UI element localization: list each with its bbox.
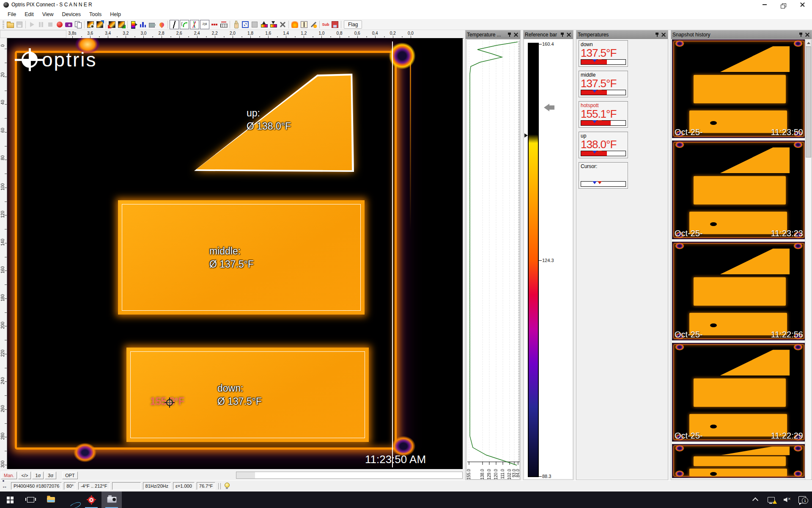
start-button[interactable]: [0, 491, 20, 508]
full-screen-icon[interactable]: [241, 20, 250, 29]
menu-devices[interactable]: Devices: [58, 10, 85, 19]
scaling-button-3[interactable]: 3σ: [45, 472, 56, 479]
menu-view[interactable]: View: [38, 10, 58, 19]
low-marker-icon[interactable]: [593, 181, 597, 184]
temperatures-header[interactable]: Temperatures: [576, 30, 668, 39]
temperature-card-down[interactable]: down137.5°F: [579, 40, 628, 67]
flag-button[interactable]: Flag: [344, 20, 362, 29]
temperature-card-middle[interactable]: middle137.5°F: [579, 71, 628, 97]
temperature-card-cursor[interactable]: Cursor:: [579, 162, 628, 189]
task-view-button[interactable]: [20, 491, 41, 508]
optris-pix-connect-button[interactable]: [81, 491, 102, 508]
scroll-up-arrow-icon[interactable]: [805, 39, 811, 47]
camera-app-button[interactable]: [102, 491, 122, 508]
restore-button[interactable]: [774, 0, 793, 9]
copy-to-clipboard-icon[interactable]: [74, 20, 82, 29]
temp-values-icon[interactable]: [210, 20, 219, 29]
high-marker-icon[interactable]: [598, 90, 602, 93]
digital-display-icon[interactable]: 2|8: [200, 20, 209, 29]
volume-muted[interactable]: [782, 494, 791, 505]
menu-file[interactable]: File: [3, 10, 20, 19]
minimize-button[interactable]: [755, 0, 774, 9]
scaling-button-[interactable]: </>: [18, 472, 31, 479]
snapshot-thumbnail[interactable]: Oct-25-11:23:23: [672, 141, 806, 239]
close-icon[interactable]: [513, 32, 518, 37]
network-status[interactable]: [766, 494, 776, 505]
palette-selector-icon[interactable]: [129, 20, 138, 29]
layout-tools-icon[interactable]: [309, 20, 318, 29]
action-center[interactable]: 1: [798, 494, 807, 505]
image-modes-icon[interactable]: [250, 20, 259, 29]
image-horizontal-scrollbar[interactable]: [236, 472, 463, 479]
temperature-graph-header[interactable]: Temperature ...: [466, 30, 520, 39]
close-icon[interactable]: [661, 32, 666, 37]
high-marker-icon[interactable]: [598, 181, 602, 184]
snapshot-thumbnail[interactable]: Oct-25-11:22:56: [672, 242, 806, 340]
internet-explorer-button[interactable]: [61, 491, 81, 508]
new-image-window-icon[interactable]: [86, 20, 95, 29]
pan-hand-icon[interactable]: [232, 20, 240, 29]
close-icon[interactable]: [805, 32, 810, 37]
high-marker-icon[interactable]: [598, 151, 602, 154]
snapshot-thumbnail[interactable]: Oct-25-11:22:29: [672, 343, 806, 442]
high-marker-icon[interactable]: [598, 59, 602, 62]
pin-icon[interactable]: [655, 32, 659, 37]
menu-tools[interactable]: Tools: [85, 10, 106, 19]
open-file-icon[interactable]: [6, 20, 14, 29]
scaling-button-opt[interactable]: OPT: [62, 472, 78, 479]
high-marker-icon[interactable]: [598, 120, 602, 123]
file-explorer-button[interactable]: [41, 491, 61, 508]
multi-diagram-icon[interactable]: [190, 20, 199, 29]
scaling-ruler-icon[interactable]: [219, 20, 228, 29]
play-icon[interactable]: [27, 20, 36, 29]
measure-settings-icon[interactable]: [278, 20, 287, 29]
palette-next-icon[interactable]: [117, 20, 126, 29]
menu-help[interactable]: Help: [106, 10, 125, 19]
snapshot-thumbnail[interactable]: [672, 444, 806, 478]
close-icon[interactable]: [566, 32, 571, 37]
palette-previous-icon[interactable]: [108, 20, 116, 29]
histogram-icon[interactable]: [139, 20, 147, 29]
temp-time-diagram-icon[interactable]: [180, 20, 189, 29]
thermal-image-view[interactable]: up: Ø 138.0°F middle: Ø 137.5°F down: Ø …: [7, 38, 463, 469]
fit-range-icon[interactable]: [300, 20, 308, 29]
low-marker-icon[interactable]: [593, 151, 597, 154]
hot-area-icon[interactable]: [291, 20, 299, 29]
tray-expand[interactable]: [751, 494, 760, 505]
toolbar-grip[interactable]: [3, 21, 4, 28]
save-subtract-icon[interactable]: [331, 20, 339, 29]
temperature-card-up[interactable]: up138.0°F: [579, 132, 628, 158]
snapshot-history-header[interactable]: Snapshot history: [671, 30, 812, 39]
video-modes-icon[interactable]: [148, 20, 156, 29]
pin-icon[interactable]: [560, 32, 565, 37]
alarm-colors-icon[interactable]: [157, 20, 166, 29]
reference-slider-handle[interactable]: [524, 133, 528, 138]
save-icon[interactable]: [15, 20, 24, 29]
pin-icon[interactable]: [798, 32, 803, 37]
crosshair-cursor-icon[interactable]: [165, 398, 175, 408]
scrollbar-thumb[interactable]: [806, 47, 811, 157]
reference-bar-header[interactable]: Reference bar: [524, 30, 573, 39]
snapshot-scrollbar[interactable]: [805, 39, 811, 480]
snapshot-thumbnail[interactable]: Oct-25-11:23:50: [672, 39, 806, 138]
snapshot-icon[interactable]: [65, 20, 73, 29]
line-profile-icon[interactable]: [170, 20, 179, 29]
link-image-window-icon[interactable]: [96, 20, 104, 29]
record-icon[interactable]: [55, 20, 64, 29]
low-marker-icon[interactable]: [593, 90, 597, 93]
range-up-icon[interactable]: [260, 20, 268, 29]
low-marker-icon[interactable]: [593, 59, 597, 62]
pin-icon[interactable]: [507, 32, 512, 37]
subtract-icon[interactable]: Sub: [321, 20, 330, 29]
reference-color-bar[interactable]: [528, 43, 539, 477]
profile-cursor-line[interactable]: [392, 41, 393, 467]
stop-icon[interactable]: [46, 20, 55, 29]
temperature-card-hotspott[interactable]: hotspott155.1°F: [579, 101, 628, 128]
pause-icon[interactable]: [37, 20, 45, 29]
scaling-button-man[interactable]: Man.: [1, 472, 17, 479]
range-down-icon[interactable]: [269, 20, 277, 29]
close-button[interactable]: [793, 0, 812, 9]
lamp-indicator-icon[interactable]: [224, 483, 229, 489]
low-marker-icon[interactable]: [593, 120, 597, 123]
scaling-button-1[interactable]: 1σ: [32, 472, 44, 479]
